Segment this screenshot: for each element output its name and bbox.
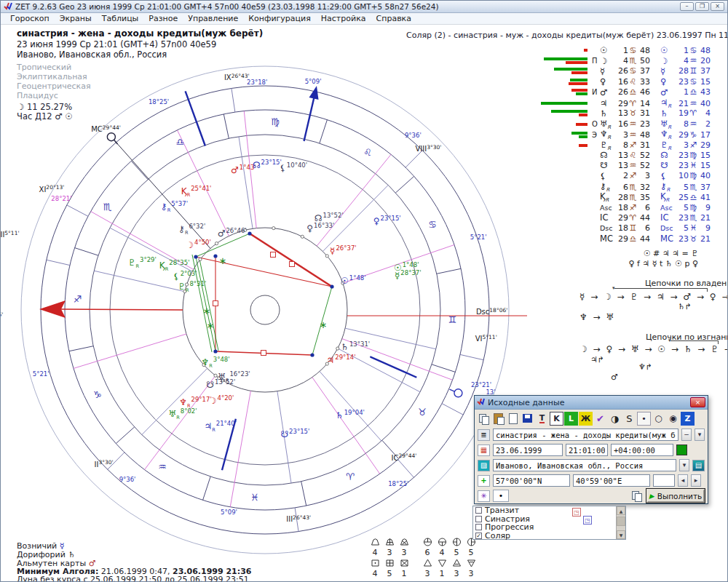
table-icon[interactable]: T: [535, 412, 549, 426]
minus-button[interactable]: −: [681, 428, 692, 441]
zh-icon[interactable]: Ж: [579, 412, 593, 426]
planet-label: ⚸10°40': [280, 162, 307, 173]
menu-item-4[interactable]: Управление: [183, 14, 243, 23]
menu-item-1[interactable]: Экраны: [55, 14, 97, 23]
dignity-bar: [571, 132, 587, 135]
check-icon-glyph: ✔: [596, 413, 604, 424]
execute-button[interactable]: ▶Выполнить: [646, 489, 705, 503]
dot-option-button[interactable]: •: [493, 490, 509, 502]
menu-item-5[interactable]: Конфигурация: [243, 14, 316, 23]
house-label: II3°30': [95, 459, 114, 469]
spin-right-button[interactable]: ▸: [691, 474, 701, 487]
menu-item-7[interactable]: Справка: [371, 14, 416, 23]
event-dropdown-button[interactable]: ▾: [695, 428, 705, 441]
time-input[interactable]: [566, 444, 608, 456]
chart-type-item-3[interactable]: ✓Соляр: [473, 532, 625, 541]
sign-glyph: ♒: [689, 56, 698, 65]
atlas-icon[interactable]: ▤: [692, 460, 705, 471]
timezone-input[interactable]: [611, 444, 673, 456]
sign-glyph: ♋: [689, 77, 698, 87]
check-icon[interactable]: ✔: [593, 412, 607, 426]
stat-icon-cell: [467, 557, 476, 570]
planet-glyph: ☿: [660, 66, 676, 76]
hemisphere-element-stats: 64553133: [420, 537, 478, 579]
sign-glyph: ♉: [628, 108, 638, 118]
scrollbar[interactable]: ▲ ▼: [616, 506, 625, 539]
planet-label: ♆R3°48': [201, 356, 229, 369]
paste-icon[interactable]: [491, 412, 505, 426]
close-button[interactable]: ×: [711, 2, 724, 11]
play-icon: ▶: [649, 493, 654, 500]
stat-value: 1: [440, 569, 445, 578]
place-input[interactable]: [493, 459, 676, 471]
transit-window-icon[interactable]: ◳: [572, 508, 581, 517]
z-icon[interactable]: Z: [681, 412, 695, 426]
menu-item-6[interactable]: Настройка: [316, 14, 371, 23]
options-icon[interactable]: ✳: [478, 490, 490, 502]
stat-value: 6: [425, 548, 430, 557]
dome-cross-icon: [385, 536, 395, 546]
degree-value: 23: [676, 161, 689, 170]
minimize-button[interactable]: –: [680, 2, 694, 11]
radio-dot-icon[interactable]: •: [637, 412, 651, 426]
dialog-logo-icon: [477, 397, 485, 407]
copy-icon[interactable]: [477, 412, 491, 426]
dignity-bar: [571, 89, 587, 92]
house-label: IX26°43': [224, 73, 250, 82]
sign-glyph: ♈: [628, 99, 638, 108]
menu-item-0[interactable]: Гороскоп: [5, 14, 55, 23]
planet-row: ⚸2♐3⚸10♍40: [545, 171, 711, 181]
zodiac-sign-icon: ♉: [418, 407, 427, 418]
checkbox[interactable]: [475, 524, 482, 530]
cusp-degree-label: 23°18': [247, 79, 267, 86]
longitude-input[interactable]: [573, 474, 650, 487]
spin-left-button[interactable]: ◂: [678, 474, 688, 487]
degree-value: 16: [616, 77, 628, 87]
k-icon[interactable]: K: [550, 412, 563, 426]
dignity-bars: [545, 57, 592, 64]
date-input[interactable]: [493, 444, 563, 456]
sign-glyph: ♎: [628, 234, 638, 244]
minute-value: 35: [638, 193, 650, 202]
maximize-button[interactable]: ❐: [695, 2, 709, 11]
scroll-down-icon[interactable]: ▼: [617, 530, 625, 539]
planet-label: ⚸2°03': [173, 270, 197, 282]
radio-empty-icon[interactable]: ○: [652, 412, 665, 426]
settings-line: Тропический: [17, 63, 91, 72]
circle-top-icon: [423, 536, 432, 546]
sign-glyph: ♈: [689, 108, 698, 118]
house-label: XI20°13': [39, 184, 65, 194]
place-dropdown-button[interactable]: ▾: [679, 459, 689, 471]
checkbox[interactable]: [475, 507, 482, 514]
scroll-thumb[interactable]: [617, 517, 625, 526]
checkbox[interactable]: [475, 516, 482, 522]
dialog-close-button[interactable]: ×: [690, 397, 705, 407]
moon-phase-icon[interactable]: ◑: [608, 412, 622, 426]
menu-item-3[interactable]: Разное: [143, 14, 183, 23]
new-icon[interactable]: [506, 412, 520, 426]
sign-glyph: ♓: [689, 161, 698, 170]
dignity-letter: О: [592, 120, 600, 128]
scroll-up-icon[interactable]: ▲: [617, 506, 625, 515]
menu-item-2[interactable]: Таблицы: [97, 14, 144, 23]
altitude-input[interactable]: [653, 474, 675, 487]
cusp-degree-label: 5°21': [33, 370, 50, 378]
checkbox[interactable]: ✓: [475, 533, 482, 539]
event-icon: ≣: [478, 429, 490, 441]
latitude-input[interactable]: [493, 474, 570, 487]
s-icon[interactable]: S: [622, 412, 636, 426]
aspect-line-2: ♀ f ♃ ☿ t ♄ ☉ p ♀: [544, 259, 698, 269]
stat-value: 4: [373, 548, 378, 557]
save-icon[interactable]: [521, 412, 534, 426]
planet-label: ♀16°33': [306, 222, 334, 234]
chart-settings: ТропическийЭклиптикальнаяГеоцентрическая…: [17, 63, 91, 100]
synastry-window-icon[interactable]: ◳: [583, 516, 592, 525]
radio-filled-icon[interactable]: ◉: [666, 412, 680, 426]
copy-icon[interactable]: [630, 489, 644, 503]
zh-icon-glyph: Ж: [581, 414, 590, 423]
minute-value: 6: [638, 223, 650, 233]
l-icon[interactable]: L: [564, 412, 578, 426]
quadrant-stats: 433451: [368, 537, 411, 579]
event-name-input[interactable]: [493, 428, 678, 441]
stat-value: 4: [440, 548, 445, 557]
